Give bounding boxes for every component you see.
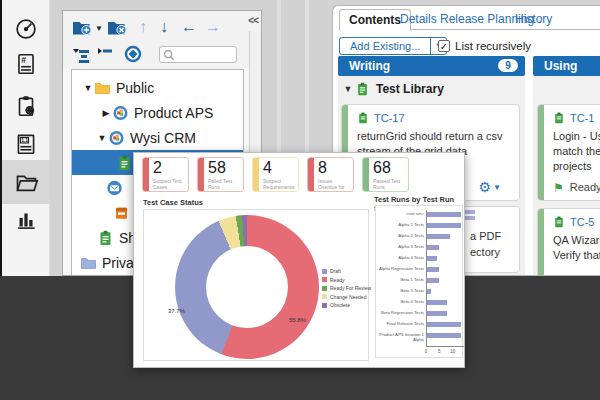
- card-id-link[interactable]: TC-1: [570, 112, 594, 124]
- folders-icon[interactable]: [2, 160, 50, 204]
- bar-6[interactable]: [426, 267, 439, 272]
- caret-down-icon[interactable]: ▼: [96, 133, 108, 143]
- tree-node-public[interactable]: ▼ Public: [72, 75, 243, 100]
- legend-swatch-icon: [322, 286, 327, 291]
- tree-search-input[interactable]: [159, 46, 237, 63]
- locate-item-icon[interactable]: [123, 44, 143, 64]
- bar-category-label: Alpha 1 Tests: [378, 222, 424, 227]
- add-folder-button[interactable]: [72, 19, 94, 37]
- bar-12[interactable]: [426, 333, 461, 338]
- pie-chart-title: Test Case Status: [143, 198, 203, 207]
- reports-icon[interactable]: [2, 200, 50, 240]
- bar-5[interactable]: [426, 256, 437, 261]
- stat-card-failed-test-runs[interactable]: 58 Failed Test Runs: [197, 157, 244, 192]
- package-orange-icon: [113, 205, 130, 221]
- tree-node-product-aps[interactable]: ▶ Product APS: [72, 100, 243, 125]
- test-library-section[interactable]: ▼ Test Library: [342, 82, 444, 96]
- bar-category-label: Alpha 3 Tests: [378, 244, 424, 249]
- caret-right-icon[interactable]: ▶: [100, 108, 112, 118]
- stat-label: Issues Overdue for Testing: [318, 178, 351, 192]
- clipboard-green-icon: [116, 155, 133, 171]
- caret-down-icon[interactable]: ▼: [342, 84, 354, 94]
- bar-4[interactable]: [426, 245, 439, 250]
- x-tick-label: 10: [450, 349, 455, 354]
- add-existing-button[interactable]: Add Existing... ▼: [339, 37, 447, 55]
- legend-swatch-icon: [322, 277, 327, 282]
- list-recursively-checkbox[interactable]: ✓: [438, 40, 450, 52]
- legend-label: Change Needed: [330, 294, 366, 300]
- dashboard-overlay: 2 Suspect Test Cases 58 Failed Test Runs…: [133, 152, 465, 368]
- expand-all-icon[interactable]: [72, 47, 90, 63]
- card-text-fragment: ectory: [470, 245, 501, 261]
- writing-label: Writing: [349, 59, 390, 73]
- stat-card-suspect-test-cases[interactable]: 2 Suspect Test Cases: [142, 157, 189, 192]
- donut-hole: [206, 246, 288, 328]
- card-id-link[interactable]: TC-17: [374, 112, 405, 124]
- move-up-button[interactable]: ↑: [139, 19, 147, 35]
- stat-card-suspect-requirements[interactable]: 4 Suspect Requirements: [252, 157, 299, 192]
- writing-column-header[interactable]: Writing 9: [338, 56, 525, 76]
- tab-history[interactable]: History: [506, 9, 561, 30]
- legend-item: Obsolete: [322, 302, 371, 308]
- gear-dropdown-caret[interactable]: ▼: [493, 183, 501, 192]
- collapse-all-icon[interactable]: [97, 47, 113, 59]
- stat-value: 58: [208, 159, 226, 177]
- writing-count-badge: 9: [498, 59, 518, 72]
- card-actions-gear[interactable]: ⚙▼: [479, 179, 501, 195]
- remove-folder-button[interactable]: [107, 19, 129, 37]
- stat-color-bar: [363, 158, 369, 191]
- test-case-status-chart: 37.7% 55.8% DraftReadyReady For ReviewCh…: [143, 209, 369, 361]
- bar-9[interactable]: [426, 300, 447, 305]
- svg-text:1.1: 1.1: [21, 137, 28, 143]
- bar-category-label: Beta Regression Tests: [378, 310, 424, 315]
- bar-3[interactable]: [426, 234, 450, 239]
- stat-value: 4: [263, 159, 272, 177]
- test-case-icon: [553, 216, 565, 228]
- move-right-button[interactable]: →: [205, 19, 221, 35]
- bar-1[interactable]: [426, 212, 461, 217]
- app-screen: # 1.1: [0, 0, 600, 400]
- move-down-button[interactable]: ↓: [160, 19, 168, 35]
- clipboard-green-icon: [97, 230, 114, 246]
- card-text: Login - User match their s projects ⚑Rea…: [553, 129, 600, 201]
- bar-2[interactable]: [426, 223, 461, 228]
- card-id-row: TC-17: [357, 112, 405, 124]
- tab-bar: Contents Details Release Planning Histor…: [339, 9, 600, 30]
- test-runs-chart: <not set>Alpha 1 TestsAlpha 2 TestsAlpha…: [375, 205, 463, 358]
- tree-node-label: Public: [116, 80, 154, 96]
- work-items-icon[interactable]: #: [2, 44, 50, 84]
- test-library-label: Test Library: [376, 82, 444, 96]
- card-tc5[interactable]: TC-5 QA Wizard F Verify that th: [537, 208, 600, 276]
- stat-value: 68: [373, 159, 391, 177]
- move-left-button[interactable]: ←: [181, 19, 197, 35]
- bar-11[interactable]: [426, 322, 461, 327]
- bar-10[interactable]: [426, 311, 447, 316]
- add-folder-dropdown-caret[interactable]: ▼: [95, 24, 103, 33]
- stat-label: Failed Test Runs: [208, 178, 241, 190]
- x-tick-label: 0: [425, 349, 428, 354]
- using-label: Using: [544, 59, 577, 73]
- legend-label: Ready: [330, 277, 344, 283]
- stat-card-passed-test-runs[interactable]: 68 Passed Test Runs: [362, 157, 409, 192]
- bar-category-label: Alpha 4 Tests: [378, 255, 424, 260]
- stat-color-bar: [308, 158, 314, 191]
- dashboard-gauge-icon[interactable]: [2, 8, 50, 48]
- card-tc1[interactable]: TC-1 Login - User match their s projects…: [537, 104, 600, 201]
- legend-label: Ready For Review: [330, 285, 371, 291]
- card-id-link[interactable]: TC-5: [570, 216, 594, 228]
- x-axis: [426, 346, 464, 347]
- documents-icon[interactable]: 1.1: [2, 124, 50, 164]
- gear-icon[interactable]: ⚙: [479, 179, 492, 195]
- legend-swatch-icon: [322, 269, 327, 274]
- bar-7[interactable]: [426, 278, 439, 283]
- test-management-icon[interactable]: [2, 86, 50, 126]
- tree-node-wysi-crm[interactable]: ▼ Wysi CRM: [72, 125, 243, 150]
- stat-label: Suspect Test Cases: [153, 178, 186, 190]
- bar-category-label: Beta 3 Tests: [378, 288, 424, 293]
- caret-down-icon[interactable]: ▼: [82, 83, 94, 93]
- using-column-header[interactable]: Using: [533, 56, 600, 76]
- collapse-tree-button[interactable]: <<: [248, 15, 258, 26]
- pie-percent-ready: 55.8%: [289, 317, 306, 323]
- stat-color-bar: [253, 158, 259, 191]
- stat-card-issues-overdue[interactable]: 8 Issues Overdue for Testing: [307, 157, 354, 192]
